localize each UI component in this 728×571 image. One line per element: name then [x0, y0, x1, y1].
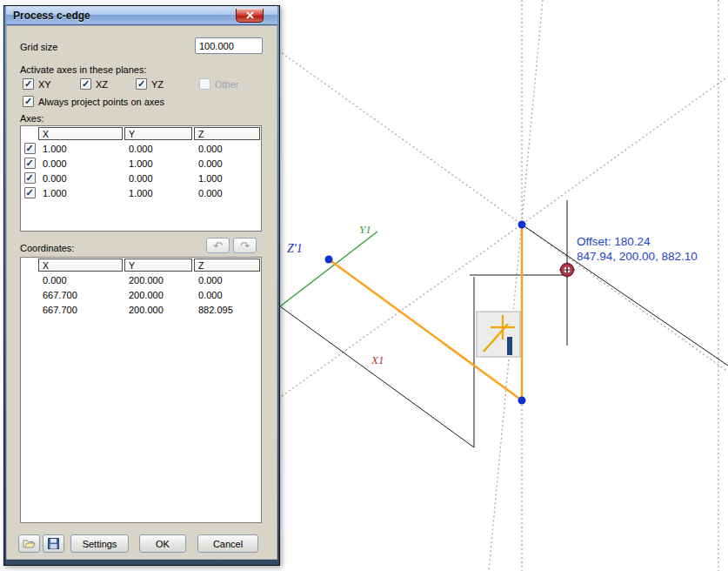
cell: 1.000 — [124, 188, 194, 198]
cell: 0.000 — [194, 275, 260, 286]
plane-xz-option[interactable]: XZ — [80, 78, 108, 90]
save-button[interactable] — [43, 534, 64, 553]
cell: 0.000 — [38, 275, 124, 286]
axes-row[interactable]: 1.000 0.000 0.000 — [21, 141, 261, 156]
redo-button[interactable] — [233, 238, 257, 253]
grid-size-input[interactable] — [195, 37, 263, 54]
cell: 0.000 — [194, 290, 260, 300]
plane-xz-checkbox[interactable] — [80, 78, 91, 90]
window-title: Process c-edge — [6, 10, 90, 22]
axis-row-checkbox[interactable] — [24, 158, 36, 169]
cancel-button[interactable]: Cancel — [197, 534, 258, 553]
axes-table-header: X Y Z — [21, 126, 261, 141]
plane-xz-label: XZ — [96, 79, 108, 90]
coordinate-row[interactable]: 0.000 200.000 0.000 — [21, 272, 261, 287]
coordinates-table[interactable]: X Y Z 0.000 200.000 0.000 667.700 200.00… — [20, 257, 262, 523]
x-axis-label: X1 — [371, 353, 384, 366]
axes-row[interactable]: 0.000 1.000 0.000 — [21, 156, 261, 171]
titlebar[interactable]: Process c-edge — [6, 6, 277, 25]
coords-readout: 847.94, 200.00, 882.10 — [577, 250, 698, 263]
process-c-edge-window: Process c-edge Grid size Activate axes i… — [3, 5, 280, 566]
plane-yz-option[interactable]: YZ — [136, 78, 164, 90]
coords-col-z[interactable]: Z — [194, 259, 260, 272]
always-project-label: Always project points on axes — [38, 97, 164, 107]
cad-cursor-icon — [477, 312, 520, 357]
axes-col-x[interactable]: X — [38, 127, 123, 140]
axes-row[interactable]: 0.000 0.000 1.000 — [21, 171, 261, 185]
close-button[interactable] — [236, 9, 264, 23]
offset-readout: Offset: 180.24 — [577, 235, 651, 248]
cell: 0.000 — [194, 158, 260, 169]
plane-other-checkbox — [199, 78, 210, 90]
axis-row-checkbox[interactable] — [24, 172, 36, 184]
dialog-body: Grid size Activate axes in these planes:… — [6, 25, 277, 560]
settings-button[interactable]: Settings — [70, 534, 129, 553]
cell: 1.000 — [38, 144, 124, 154]
axes-table[interactable]: X Y Z 1.000 0.000 0.000 0.000 1.000 0.00… — [20, 125, 262, 232]
z-axis-label: Z'1 — [287, 242, 303, 255]
cell: 1.000 — [194, 173, 260, 184]
always-project-checkbox[interactable] — [23, 96, 34, 107]
open-folder-icon — [23, 539, 36, 548]
axis-row-checkbox[interactable] — [24, 143, 36, 154]
construction-lines — [278, 0, 728, 571]
cell: 0.000 — [194, 188, 260, 198]
plane-xy-option[interactable]: XY — [23, 78, 51, 90]
planes-label: Activate axes in these planes: — [20, 64, 147, 75]
cell: 667.700 — [38, 305, 124, 315]
open-button[interactable] — [18, 534, 40, 553]
plane-other-option: Other — [199, 78, 239, 90]
plane-yz-label: YZ — [151, 79, 164, 90]
save-disk-icon — [48, 538, 59, 549]
axes-label: Axes: — [20, 113, 44, 124]
undo-button[interactable] — [206, 238, 230, 253]
grid-size-label: Grid size — [20, 42, 57, 52]
plane-other-label: Other — [215, 79, 239, 90]
plane-xy-label: XY — [38, 79, 51, 90]
cell: 1.000 — [38, 188, 124, 198]
cell: 200.000 — [124, 305, 194, 315]
coordinates-table-header: X Y Z — [21, 258, 261, 272]
coordinate-row[interactable]: 667.700 200.000 882.095 — [21, 302, 261, 317]
always-project-option[interactable]: Always project points on axes — [23, 96, 164, 107]
coords-col-x[interactable]: X — [38, 259, 123, 272]
cell: 1.000 — [124, 158, 194, 169]
axes-col-z[interactable]: Z — [194, 127, 260, 140]
cell: 667.700 — [38, 290, 124, 300]
cell: 0.000 — [38, 173, 124, 184]
plane-xy-checkbox[interactable] — [23, 78, 34, 90]
coordinates-label: Coordinates: — [20, 243, 74, 253]
axis-row-checkbox[interactable] — [24, 187, 36, 198]
axes-col-y[interactable]: Y — [124, 127, 192, 140]
cell: 200.000 — [124, 275, 194, 286]
cell: 882.095 — [194, 305, 260, 315]
coordinate-row[interactable]: 667.700 200.000 0.000 — [21, 287, 261, 302]
cell: 0.000 — [124, 173, 194, 184]
cell: 0.000 — [38, 158, 124, 169]
cell: 200.000 — [124, 290, 194, 300]
cell: 0.000 — [124, 144, 194, 154]
y-axis-label: Y1 — [359, 223, 371, 236]
coords-col-y[interactable]: Y — [124, 259, 192, 272]
ok-button[interactable]: OK — [139, 534, 186, 553]
close-icon — [246, 11, 254, 19]
cell: 0.000 — [194, 144, 260, 154]
plane-yz-checkbox[interactable] — [136, 78, 147, 90]
axes-row[interactable]: 1.000 1.000 0.000 — [21, 185, 261, 200]
